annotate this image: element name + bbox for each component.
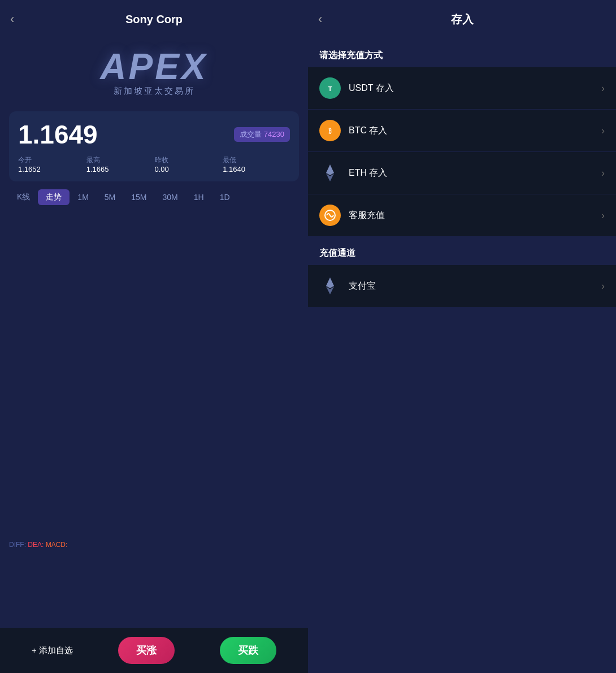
tab-5m[interactable]: 5M — [97, 190, 123, 205]
left-back-button[interactable]: ‹ — [10, 12, 14, 27]
buy-down-button[interactable]: 买跌 — [220, 637, 276, 664]
alipay-chevron-icon: › — [601, 280, 605, 292]
eth-chevron-icon: › — [601, 167, 605, 179]
section2-label: 充值通道 — [308, 236, 616, 265]
chart-tabs: K线 走势 1M 5M 15M 30M 1H 1D — [9, 189, 299, 205]
deposit-menu-list: T USDT 存入 › ₿ BTC 存入 › ET — [308, 67, 616, 236]
tab-15m[interactable]: 15M — [123, 190, 154, 205]
eth-icon — [319, 162, 341, 184]
channel-menu-list: 支付宝 › — [308, 265, 616, 307]
bottom-bar: + 添加自选 买涨 买跌 — [0, 628, 308, 673]
service-icon — [319, 205, 341, 226]
stat-label-zuidi: 最低 — [223, 155, 290, 165]
diff-label: DIFF: — [9, 541, 26, 549]
tab-1m[interactable]: 1M — [70, 190, 96, 205]
add-watchlist-button[interactable]: + 添加自选 — [32, 645, 73, 656]
right-header: ‹ 存入 — [308, 0, 616, 38]
stat-value-zuidi: 1.1640 — [223, 165, 290, 173]
svg-marker-4 — [326, 164, 334, 175]
volume-label: 成交量 — [240, 130, 262, 138]
alipay-label: 支付宝 — [349, 280, 601, 292]
stats-grid: 今开 1.1652 最高 1.1665 昨收 0.00 最低 1.1640 — [18, 155, 290, 173]
volume-badge: 成交量 74230 — [234, 127, 290, 142]
svg-text:₿: ₿ — [328, 128, 332, 134]
usdt-icon: T — [319, 77, 341, 99]
stat-label-zuigao: 最高 — [86, 155, 154, 165]
chart-area: DIFF: DEA: MACD: — [0, 210, 308, 628]
stat-label-zuoshou: 昨收 — [155, 155, 222, 165]
btc-icon: ₿ — [319, 120, 341, 141]
usdt-chevron-icon: › — [601, 83, 605, 94]
apex-subtitle-text: 新加坡亚太交易所 — [114, 86, 195, 97]
diff-dea: DEA: — [28, 541, 44, 549]
diff-line: DIFF: DEA: MACD: — [9, 541, 67, 549]
stat-label-jinkai: 今开 — [18, 155, 85, 165]
usdt-label: USDT 存入 — [349, 83, 601, 94]
left-page-title: Sony Corp — [125, 13, 183, 26]
add-watchlist-label: + 添加自选 — [32, 645, 73, 656]
tab-trend[interactable]: 走势 — [38, 189, 70, 205]
logo-area: APEX 新加坡亚太交易所 — [0, 38, 308, 102]
eth-label: ETH 存入 — [349, 167, 601, 179]
left-header: ‹ Sony Corp — [0, 0, 308, 38]
left-panel: ‹ Sony Corp APEX 新加坡亚太交易所 1.1649 成交量 742… — [0, 0, 308, 673]
volume-value: 74230 — [264, 130, 284, 138]
menu-item-eth[interactable]: ETH 存入 › — [308, 152, 616, 194]
tab-30m[interactable]: 30M — [154, 190, 185, 205]
stat-zuigao: 最高 1.1665 — [86, 155, 154, 173]
svg-text:T: T — [328, 85, 332, 92]
service-label: 客服充值 — [349, 210, 601, 222]
tab-kline[interactable]: K线 — [9, 189, 38, 205]
stat-zuidi: 最低 1.1640 — [223, 155, 290, 173]
alipay-icon — [319, 275, 341, 297]
stat-value-jinkai: 1.1652 — [18, 165, 85, 173]
tab-1d[interactable]: 1D — [212, 190, 238, 205]
stat-zuoshou: 昨收 0.00 — [155, 155, 222, 173]
right-panel: ‹ 存入 请选择充值方式 T USDT 存入 › ₿ BTC 存入 › — [308, 0, 616, 673]
diff-macd: MACD: — [46, 541, 68, 549]
main-price-value: 1.1649 — [18, 119, 98, 150]
section1-label: 请选择充值方式 — [308, 38, 616, 67]
price-card: 1.1649 成交量 74230 今开 1.1652 最高 1.1665 昨收 … — [9, 111, 299, 181]
svg-marker-8 — [326, 277, 334, 288]
apex-logo-text: APEX — [100, 49, 207, 85]
btc-label: BTC 存入 — [349, 125, 601, 137]
stat-value-zuigao: 1.1665 — [86, 165, 154, 173]
btc-chevron-icon: › — [601, 125, 605, 137]
service-chevron-icon: › — [601, 210, 605, 222]
right-page-title: 存入 — [451, 12, 474, 27]
tab-1h[interactable]: 1H — [186, 190, 212, 205]
menu-item-service[interactable]: 客服充值 › — [308, 194, 616, 236]
menu-item-usdt[interactable]: T USDT 存入 › — [308, 67, 616, 110]
stat-jinkai: 今开 1.1652 — [18, 155, 85, 173]
stat-value-zuoshou: 0.00 — [155, 165, 222, 173]
price-row: 1.1649 成交量 74230 — [18, 119, 290, 150]
right-back-button[interactable]: ‹ — [318, 12, 322, 27]
menu-item-btc[interactable]: ₿ BTC 存入 › — [308, 110, 616, 152]
menu-item-alipay[interactable]: 支付宝 › — [308, 265, 616, 307]
buy-up-button[interactable]: 买涨 — [118, 637, 175, 664]
